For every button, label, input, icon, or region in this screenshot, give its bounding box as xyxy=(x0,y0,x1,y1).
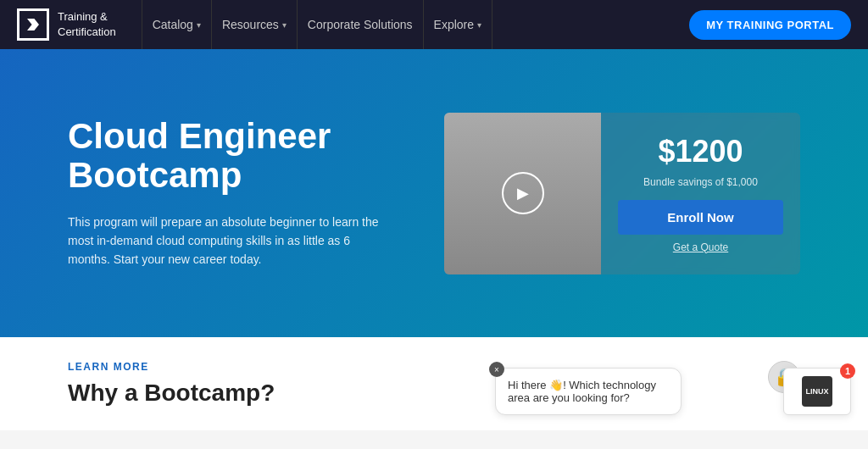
lower-section: LEARN MORE Why a Bootcamp? 🔒 × Hi there … xyxy=(0,337,868,430)
logo[interactable]: Training & Certification xyxy=(17,8,116,41)
chevron-down-icon: ▾ xyxy=(282,20,287,30)
chevron-down-icon: ▾ xyxy=(477,20,481,30)
navbar: Training & Certification Catalog ▾ Resou… xyxy=(0,0,868,49)
play-icon: ▶ xyxy=(517,184,529,202)
hero-section: Cloud Engineer Bootcamp This program wil… xyxy=(0,49,868,337)
card-pricing: $1200 Bundle savings of $1,000 Enroll No… xyxy=(601,113,800,274)
nav-links: Catalog ▾ Resources ▾ Corporate Solution… xyxy=(142,0,690,49)
video-thumbnail[interactable]: ▶ xyxy=(444,113,601,274)
get-quote-link[interactable]: Get a Quote xyxy=(673,241,728,253)
bundle-savings-text: Bundle savings of $1,000 xyxy=(643,176,758,188)
linux-logo: LINUX xyxy=(802,376,832,407)
linux-badge[interactable]: 1 LINUX xyxy=(783,368,851,415)
chevron-down-icon: ▾ xyxy=(197,20,201,30)
chat-bubble: × Hi there 👋! Which technology area are … xyxy=(495,368,682,415)
hero-description: This program will prepare an absolute be… xyxy=(68,213,393,269)
nav-corporate[interactable]: Corporate Solutions xyxy=(298,0,424,49)
chat-widget: × Hi there 👋! Which technology area are … xyxy=(495,368,682,415)
course-card: ▶ $1200 Bundle savings of $1,000 Enroll … xyxy=(444,113,800,274)
nav-explore[interactable]: Explore ▾ xyxy=(424,0,492,49)
nav-resources[interactable]: Resources ▾ xyxy=(212,0,298,49)
play-button[interactable]: ▶ xyxy=(502,172,544,214)
close-icon[interactable]: × xyxy=(489,362,504,377)
chat-message: Hi there 👋! Which technology area are yo… xyxy=(508,379,656,404)
logo-icon xyxy=(17,8,49,41)
nav-catalog[interactable]: Catalog ▾ xyxy=(142,0,212,49)
logo-shape xyxy=(27,19,39,30)
price-display: $1200 xyxy=(658,134,743,169)
my-training-portal-button[interactable]: MY TRAINING PORTAL xyxy=(689,10,851,40)
brand-name: Training & Certification xyxy=(58,9,116,40)
hero-title: Cloud Engineer Bootcamp xyxy=(68,117,393,195)
enroll-now-button[interactable]: Enroll Now xyxy=(618,200,783,235)
hero-text: Cloud Engineer Bootcamp This program wil… xyxy=(68,117,393,269)
notification-badge: 1 xyxy=(840,363,855,379)
